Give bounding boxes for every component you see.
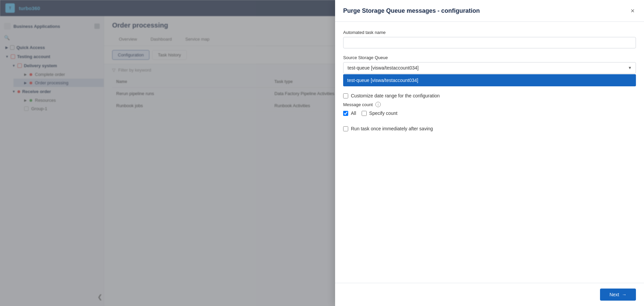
- customize-date-range-label[interactable]: Customize date range for the configurati…: [351, 93, 440, 98]
- next-arrow-icon: →: [622, 292, 627, 297]
- source-storage-queue-group: Source Storage Queue test-queue [viswa/t…: [343, 55, 636, 86]
- message-count-options: All Specify count: [343, 111, 636, 119]
- source-storage-queue-wrapper: test-queue [viswa/testaccount034] ▼: [343, 62, 636, 74]
- next-button[interactable]: Next →: [600, 289, 636, 301]
- specify-count-label[interactable]: Specify count: [369, 111, 398, 116]
- modal-panel: Purge Storage Queue messages - configura…: [335, 0, 644, 306]
- specify-count-row: Specify count: [362, 111, 398, 116]
- modal-close-button[interactable]: ×: [629, 6, 636, 15]
- automated-task-name-group: Automated task name: [343, 30, 636, 48]
- message-count-info-icon[interactable]: i: [375, 102, 381, 107]
- modal-header: Purge Storage Queue messages - configura…: [335, 0, 644, 22]
- message-count-label: Message count: [343, 102, 373, 107]
- run-task-row: Run task once immediately after saving: [343, 126, 636, 131]
- all-option-row: All: [343, 111, 356, 116]
- modal-body: Automated task name Source Storage Queue…: [335, 22, 644, 283]
- run-task-checkbox[interactable]: [343, 126, 348, 131]
- modal-title: Purge Storage Queue messages - configura…: [343, 7, 480, 14]
- run-task-label[interactable]: Run task once immediately after saving: [351, 126, 433, 131]
- all-label[interactable]: All: [351, 111, 356, 116]
- source-storage-queue-select[interactable]: test-queue [viswa/testaccount034]: [343, 62, 636, 74]
- next-button-label: Next: [609, 292, 619, 297]
- specify-count-checkbox[interactable]: [362, 111, 367, 116]
- dropdown-selected-option[interactable]: test-queue [viswa/testaccount034]: [343, 74, 636, 86]
- customize-date-range-checkbox[interactable]: [343, 93, 348, 98]
- source-storage-queue-label: Source Storage Queue: [343, 55, 636, 60]
- automated-task-name-input[interactable]: [343, 37, 636, 48]
- all-checkbox[interactable]: [343, 111, 348, 116]
- customize-date-range-row: Customize date range for the configurati…: [343, 93, 636, 98]
- automated-task-name-label: Automated task name: [343, 30, 636, 35]
- message-count-group: Message count i All Specify count: [343, 102, 636, 119]
- modal-footer: Next →: [335, 283, 644, 306]
